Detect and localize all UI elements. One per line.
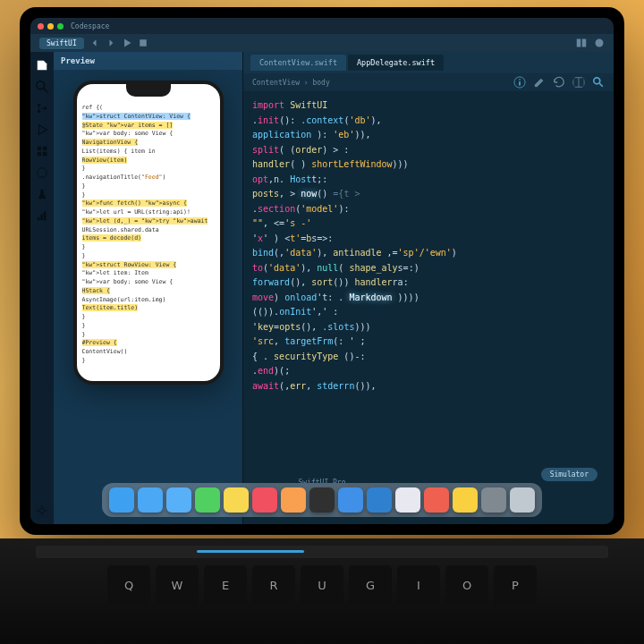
search-editor-icon[interactable] — [592, 76, 605, 89]
simulator-pill[interactable]: Simulator — [541, 468, 597, 481]
maximize-icon[interactable] — [57, 23, 64, 30]
run-icon[interactable] — [36, 166, 48, 179]
toolbar: SwiftUI — [30, 34, 614, 52]
editor-tabs: ContentView.swiftAppDelegate.swift — [243, 52, 614, 73]
preview-title: Preview — [54, 52, 242, 70]
key-r[interactable]: R — [252, 565, 295, 605]
files-icon[interactable] — [36, 59, 48, 72]
key-e[interactable]: E — [204, 565, 247, 605]
window-controls[interactable] — [38, 23, 64, 30]
forward-icon[interactable] — [106, 38, 116, 48]
dock-app-figma[interactable] — [424, 487, 449, 513]
extensions-icon[interactable] — [36, 145, 48, 157]
play-icon[interactable] — [122, 38, 132, 48]
svg-point-16 — [39, 508, 44, 513]
svg-point-19 — [594, 78, 600, 84]
menubar: Codespace — [30, 18, 614, 34]
svg-rect-13 — [38, 217, 40, 221]
screen: Codespace SwiftUI — [30, 18, 614, 524]
dock-app-slack[interactable] — [395, 487, 420, 513]
dock-app-vscode[interactable] — [367, 487, 392, 513]
profile-icon[interactable] — [36, 209, 48, 222]
tab-contentview-swift[interactable]: ContentView.swift — [250, 55, 346, 71]
stop-icon[interactable] — [138, 38, 148, 48]
dock-app-finder[interactable] — [109, 487, 134, 513]
svg-rect-9 — [43, 147, 47, 150]
breadcrumb[interactable]: ContentView › body — [252, 79, 330, 87]
svg-rect-8 — [38, 147, 41, 150]
refresh-icon[interactable] — [553, 76, 565, 89]
activity-bar — [30, 52, 54, 524]
tab-appdelegate-swift[interactable]: AppDelegate.swift — [348, 55, 444, 71]
dock-app-mail[interactable] — [166, 487, 191, 513]
close-icon[interactable] — [38, 23, 44, 30]
info-icon[interactable] — [513, 76, 526, 89]
split-editor-icon[interactable] — [572, 76, 585, 89]
dock-app-system[interactable] — [481, 487, 506, 513]
svg-point-3 — [596, 39, 604, 47]
project-name[interactable]: SwiftUI — [39, 38, 84, 49]
svg-point-6 — [38, 110, 41, 114]
main-split: Preview ref {("kw">struct ContentView: V… — [30, 52, 614, 524]
dock-app-photos[interactable] — [281, 487, 306, 513]
dock-app-xcode[interactable] — [338, 487, 363, 513]
svg-rect-10 — [38, 152, 41, 156]
dock-app-trash[interactable] — [510, 487, 535, 513]
minimize-icon[interactable] — [47, 23, 54, 30]
debug-icon[interactable] — [594, 38, 605, 48]
svg-point-5 — [38, 104, 41, 107]
touchbar[interactable] — [36, 546, 608, 558]
settings-icon[interactable] — [36, 504, 48, 517]
key-q[interactable]: Q — [107, 565, 150, 605]
key-u[interactable]: U — [301, 565, 343, 605]
phone-notch — [126, 84, 171, 97]
svg-point-4 — [37, 81, 45, 89]
code-editor[interactable]: import SwiftUI.init(): .context('db'), a… — [243, 91, 614, 524]
phone-canvas[interactable]: ref {("kw">struct ContentView: View { @S… — [54, 70, 242, 524]
svg-rect-0 — [140, 39, 147, 47]
key-w[interactable]: W — [156, 565, 199, 605]
phone-preview-content: ref {("kw">struct ContentView: View { @S… — [77, 84, 220, 371]
dock-app-chrome[interactable] — [453, 487, 478, 513]
dock-app-messages[interactable] — [195, 487, 220, 513]
svg-rect-14 — [40, 214, 43, 220]
dock-app-safari[interactable] — [138, 487, 163, 513]
debug-activity-icon[interactable] — [36, 123, 48, 136]
svg-point-12 — [38, 168, 47, 178]
svg-point-7 — [44, 106, 47, 110]
key-o[interactable]: O — [445, 565, 488, 605]
editor-toolbar: ContentView › body — [243, 73, 614, 91]
test-icon[interactable] — [36, 188, 48, 200]
dock-app-terminal[interactable] — [309, 487, 335, 513]
keyboard: QWERUGIOP — [0, 538, 644, 644]
laptop-frame: Codespace SwiftUI — [20, 7, 624, 535]
key-row: QWERUGIOP — [36, 565, 608, 605]
svg-rect-15 — [44, 212, 47, 221]
svg-rect-2 — [582, 39, 587, 47]
svg-rect-1 — [577, 39, 581, 47]
git-icon[interactable] — [36, 102, 48, 114]
split-icon[interactable] — [576, 38, 587, 48]
editor-pane: ContentView.swiftAppDelegate.swift Conte… — [243, 52, 614, 524]
dock-app-notes[interactable] — [224, 487, 249, 513]
edit-icon[interactable] — [533, 76, 546, 89]
dock — [102, 483, 542, 517]
menubar-title: Codespace — [71, 22, 109, 30]
dock-app-music[interactable] — [252, 487, 277, 513]
key-g[interactable]: G — [349, 565, 392, 605]
key-p[interactable]: P — [494, 565, 537, 605]
search-icon[interactable] — [36, 80, 48, 93]
back-icon[interactable] — [89, 38, 100, 48]
svg-rect-11 — [43, 152, 47, 156]
phone-simulator[interactable]: ref {("kw">struct ContentView: View { @S… — [73, 80, 224, 385]
preview-pane: Preview ref {("kw">struct ContentView: V… — [54, 52, 243, 524]
key-i[interactable]: I — [397, 565, 440, 605]
